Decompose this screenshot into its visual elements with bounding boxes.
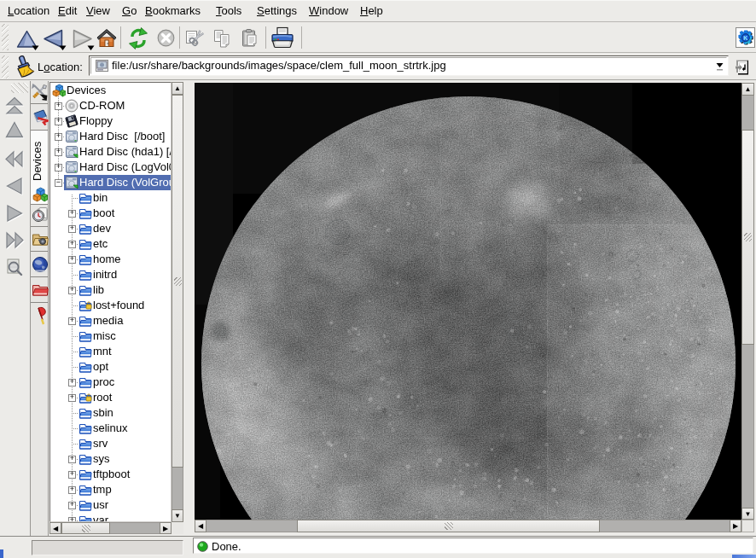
svg-text:K: K	[743, 35, 747, 41]
